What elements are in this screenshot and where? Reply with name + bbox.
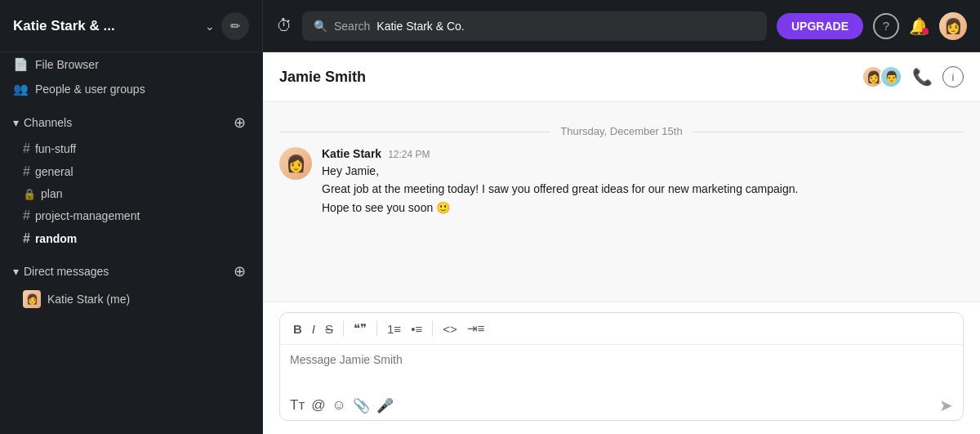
chat-messages: Thursday, December 15th 👩 Katie Stark 12…: [263, 102, 980, 302]
message-item: 👩 Katie Stark 12:24 PM Hey Jamie, Great …: [279, 147, 964, 217]
channel-item-fun-stuff[interactable]: # fun-stuff: [0, 137, 262, 160]
call-button[interactable]: 📞: [912, 67, 933, 87]
ul-icon: •≡: [411, 322, 422, 336]
sidebar-item-people[interactable]: 👥 People & user groups: [0, 77, 262, 101]
bold-button[interactable]: B: [290, 320, 305, 338]
italic-button[interactable]: I: [309, 320, 318, 338]
message-text: Hey Jamie, Great job at the meeting toda…: [322, 162, 964, 217]
add-channel-button[interactable]: ⊕: [229, 113, 249, 132]
strikethrough-icon: S: [325, 322, 333, 336]
channel-name: general: [35, 165, 74, 178]
help-button[interactable]: ?: [873, 13, 899, 39]
add-dm-button[interactable]: ⊕: [229, 262, 249, 281]
file-browser-icon: 📄: [13, 57, 29, 72]
direct-messages-section: ▾ Direct messages ⊕ 👩 Katie Stark (me): [0, 257, 262, 312]
channels-section: ▾ Channels ⊕ # fun-stuff # general 🔒 pla…: [0, 108, 262, 250]
topbar-actions: ⏱ 🔍 Search Katie Stark & Co. UPGRADE ? 🔔…: [263, 11, 980, 41]
hash-icon: #: [23, 208, 30, 223]
code-button[interactable]: <>: [439, 320, 461, 338]
message-header: Katie Stark 12:24 PM: [322, 147, 964, 160]
channels-header-left: ▾ Channels: [13, 116, 72, 129]
channel-name: fun-stuff: [35, 142, 76, 155]
message-line-3: Hope to see you soon 🙂: [322, 199, 964, 217]
chat-input-area: B I S ❝❞ 1≡ •≡ <> ⇥≡ Tт @ ☺ 📎: [263, 302, 980, 434]
strikethrough-button[interactable]: S: [322, 320, 336, 338]
workspace-chevron-icon[interactable]: ⌄: [205, 20, 215, 33]
quote-button[interactable]: ❝❞: [350, 320, 370, 338]
bold-icon: B: [293, 322, 302, 336]
dm-header-left: ▾ Direct messages: [13, 265, 109, 278]
topbar: Katie Stark & ... ⌄ ✏ ⏱ 🔍 Search Katie S…: [0, 0, 980, 52]
chat-content: Jamie Smith 👩 👨 📞 i Thursday, December 1…: [263, 52, 980, 434]
dm-label: Direct messages: [24, 265, 109, 278]
channels-header[interactable]: ▾ Channels ⊕: [0, 108, 262, 137]
message-input[interactable]: [280, 345, 963, 387]
text-format-icon: Tт: [290, 397, 305, 413]
edit-button[interactable]: ✏: [221, 12, 249, 40]
search-icon: 🔍: [314, 20, 327, 33]
lock-icon: 🔒: [23, 188, 36, 200]
dm-user-name: Katie Stark (me): [47, 293, 130, 306]
message-avatar: 👩: [279, 147, 312, 180]
emoji-button[interactable]: ☺: [332, 397, 345, 414]
sidebar-item-file-browser[interactable]: 📄 File Browser: [0, 52, 262, 77]
toolbar-divider-1: [343, 321, 344, 336]
hash-icon: #: [23, 164, 30, 179]
info-button[interactable]: i: [942, 66, 964, 87]
channel-item-plan[interactable]: 🔒 plan: [0, 183, 262, 204]
channel-name: project-management: [35, 209, 140, 222]
history-button[interactable]: ⏱: [276, 16, 292, 35]
unordered-list-button[interactable]: •≡: [408, 320, 425, 338]
date-divider: Thursday, December 15th: [279, 125, 964, 137]
text-format-button[interactable]: Tт: [290, 397, 305, 414]
hash-icon: #: [23, 231, 30, 246]
ordered-list-button[interactable]: 1≡: [384, 320, 404, 338]
channel-item-project-management[interactable]: # project-management: [0, 204, 262, 227]
send-button[interactable]: ➤: [939, 396, 953, 415]
audio-button[interactable]: 🎤: [376, 397, 394, 414]
mention-button[interactable]: @: [311, 397, 325, 414]
indent-button[interactable]: ⇥≡: [464, 320, 488, 338]
input-box: B I S ❝❞ 1≡ •≡ <> ⇥≡ Tт @ ☺ 📎: [279, 312, 964, 421]
channel-item-general[interactable]: # general: [0, 160, 262, 183]
people-icon: 👥: [13, 82, 29, 96]
message-body: Katie Stark 12:24 PM Hey Jamie, Great jo…: [322, 147, 964, 217]
message-author: Katie Stark: [322, 147, 381, 160]
input-footer: Tт @ ☺ 📎 🎤 ➤: [280, 391, 963, 420]
sidebar-item-people-label: People & user groups: [35, 83, 145, 96]
channel-name: plan: [41, 187, 62, 200]
message-time: 12:24 PM: [388, 149, 430, 160]
channel-name: random: [35, 232, 77, 245]
help-icon: ?: [883, 19, 889, 33]
user-avatar[interactable]: 👩: [939, 12, 967, 40]
paperclip-icon: 📎: [353, 398, 370, 414]
indent-icon: ⇥≡: [467, 321, 485, 335]
toolbar-divider-3: [432, 321, 433, 336]
sidebar: 📄 File Browser 👥 People & user groups ▾ …: [0, 52, 263, 434]
channels-label: Channels: [24, 116, 72, 129]
search-label: Search: [334, 20, 370, 33]
dm-avatar-emoji: 👩: [26, 293, 38, 305]
channel-item-random[interactable]: # random: [0, 227, 262, 250]
dm-item-katie[interactable]: 👩 Katie Stark (me): [0, 286, 262, 312]
channels-collapse-icon: ▾: [13, 116, 19, 129]
italic-icon: I: [312, 322, 315, 336]
emoji-icon: ☺: [332, 397, 345, 413]
attachment-button[interactable]: 📎: [353, 397, 370, 414]
workspace-section: Katie Stark & ... ⌄ ✏: [0, 0, 263, 51]
code-icon: <>: [443, 322, 457, 336]
dm-header[interactable]: ▾ Direct messages ⊕: [0, 257, 262, 286]
avatar-emoji: 👩: [944, 17, 962, 35]
send-icon: ➤: [939, 396, 953, 414]
notification-button[interactable]: 🔔: [909, 16, 929, 36]
toolbar-divider-2: [376, 321, 377, 336]
search-bar[interactable]: 🔍 Search Katie Stark & Co.: [302, 11, 767, 41]
formatting-toolbar: B I S ❝❞ 1≡ •≡ <> ⇥≡: [280, 313, 963, 345]
date-label: Thursday, December 15th: [550, 125, 692, 137]
mic-icon: 🎤: [376, 398, 394, 414]
upgrade-button[interactable]: UPGRADE: [777, 13, 863, 39]
participants-avatars: 👩 👨: [862, 65, 902, 88]
dm-avatar-katie: 👩: [23, 290, 41, 308]
chat-header: Jamie Smith 👩 👨 📞 i: [263, 52, 980, 102]
quote-icon: ❝❞: [354, 321, 367, 335]
